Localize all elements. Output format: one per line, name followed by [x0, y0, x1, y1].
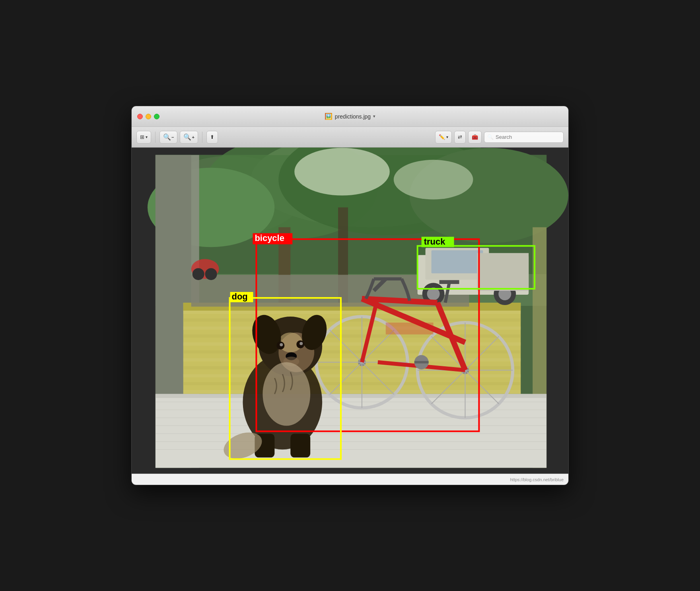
svg-rect-42 — [432, 250, 483, 273]
plus-icon: + — [192, 135, 194, 140]
search-input[interactable] — [484, 132, 564, 143]
status-bar: https://blog.csdn.net/briblue — [132, 474, 568, 485]
window-title: predictions.jpg — [335, 113, 371, 120]
svg-rect-29 — [183, 390, 521, 393]
svg-rect-23 — [183, 342, 521, 346]
separator-1 — [155, 132, 156, 143]
zoom-in-icon: 🔍 — [183, 133, 191, 141]
traffic-lights — [137, 114, 159, 119]
svg-point-81 — [280, 343, 283, 346]
chevron-down-icon-pen: ▾ — [446, 135, 448, 139]
maximize-button[interactable] — [154, 114, 159, 119]
rotate-icon: ⇄ — [458, 134, 462, 140]
svg-rect-28 — [183, 382, 521, 385]
svg-point-11 — [394, 160, 473, 200]
svg-rect-26 — [183, 366, 521, 369]
close-button[interactable] — [137, 114, 143, 119]
share-icon: ⬆ — [210, 134, 214, 140]
svg-rect-47 — [477, 253, 529, 291]
zoom-out-button[interactable]: 🔍 − — [159, 131, 177, 144]
svg-rect-87 — [290, 434, 310, 457]
rotate-button[interactable]: ⇄ — [454, 131, 466, 144]
svg-point-10 — [294, 148, 390, 196]
sidebar-toggle-button[interactable]: ⊞ ▾ — [136, 131, 151, 144]
url-label: https://blog.csdn.net/briblue — [510, 477, 564, 482]
search-wrapper: 🔍 — [484, 132, 564, 143]
svg-rect-72 — [386, 323, 434, 334]
toolbar: ⊞ ▾ 🔍 − 🔍 + ⬆ ✏️ ▾ ⇄ 🧰 🔍 — [132, 127, 568, 148]
toolbox-icon: 🧰 — [472, 134, 478, 140]
svg-rect-22 — [183, 334, 521, 338]
minus-icon: − — [171, 135, 174, 140]
application-window: 🖼️ predictions.jpg ▾ ⊞ ▾ 🔍 − 🔍 + ⬆ ✏️ ▾ — [131, 106, 569, 485]
share-button[interactable]: ⬆ — [206, 131, 218, 144]
svg-rect-25 — [183, 358, 521, 362]
minimize-button[interactable] — [146, 114, 151, 119]
svg-point-82 — [299, 342, 303, 345]
chevron-down-icon-sidebar: ▾ — [146, 135, 148, 139]
svg-text:bicycle: bicycle — [255, 233, 284, 243]
svg-point-85 — [262, 362, 310, 426]
pen-icon: ✏️ — [439, 134, 445, 140]
toolbox-button[interactable]: 🧰 — [468, 131, 482, 144]
pen-tool-button[interactable]: ✏️ ▾ — [435, 131, 452, 144]
svg-point-91 — [205, 268, 217, 280]
svg-rect-21 — [183, 327, 521, 330]
svg-rect-19 — [183, 311, 521, 314]
zoom-out-icon: 🔍 — [163, 133, 171, 141]
separator-2 — [202, 132, 202, 143]
zoom-in-button[interactable]: 🔍 + — [180, 131, 198, 144]
svg-rect-31 — [156, 394, 546, 398]
window-title-area: 🖼️ predictions.jpg ▾ — [325, 113, 375, 120]
title-bar: 🖼️ predictions.jpg ▾ — [132, 106, 568, 127]
svg-point-90 — [192, 268, 204, 280]
chevron-down-icon[interactable]: ▾ — [373, 114, 375, 119]
svg-text:dog: dog — [232, 292, 248, 301]
image-display-area: bicycle truck dog — [132, 148, 568, 474]
svg-text:truck: truck — [424, 237, 445, 247]
file-icon: 🖼️ — [325, 113, 332, 120]
sidebar-icon: ⊞ — [140, 134, 144, 140]
detection-overlay: bicycle truck dog — [132, 148, 568, 474]
